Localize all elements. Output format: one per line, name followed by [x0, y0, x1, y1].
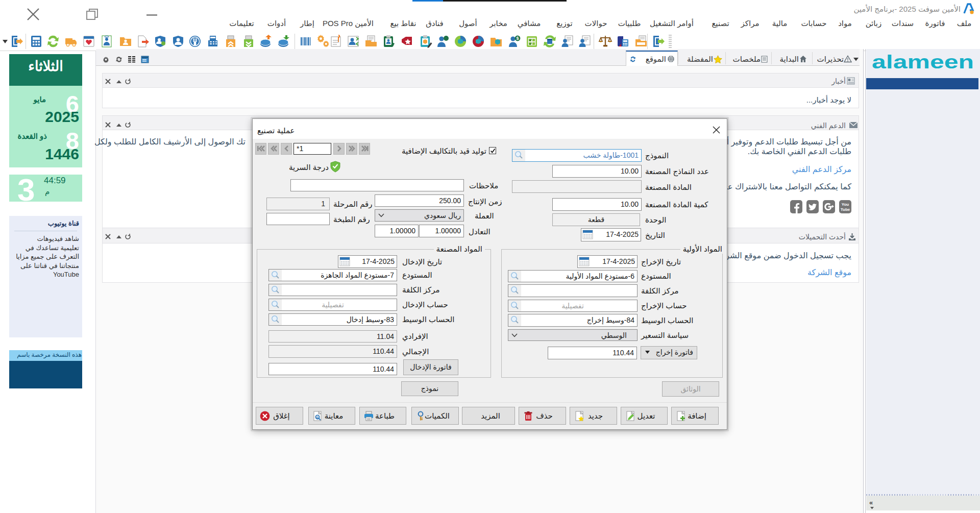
svg-text:You: You: [842, 202, 849, 207]
svg-text:q: q: [316, 416, 318, 420]
svg-text:alameen: alameen: [872, 53, 974, 71]
svg-text:$: $: [516, 36, 519, 41]
svg-text:Tube: Tube: [841, 207, 850, 212]
